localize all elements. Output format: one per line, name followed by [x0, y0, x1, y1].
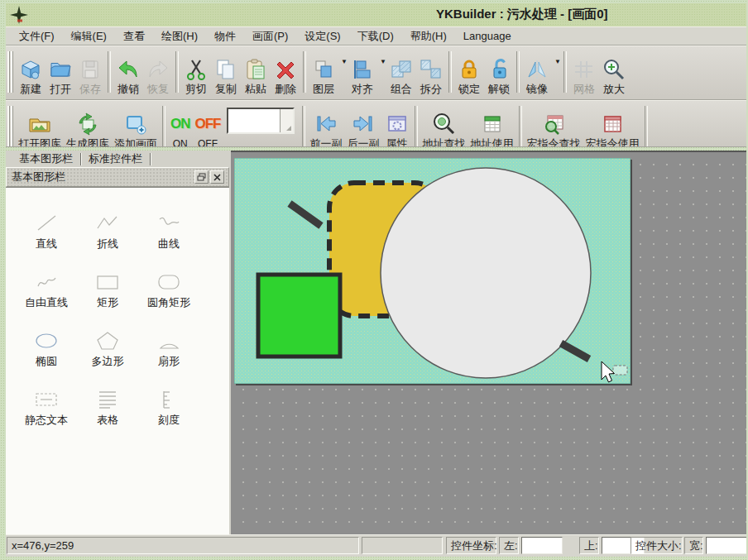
button-label: 恢复: [147, 83, 169, 96]
palette-item-sector[interactable]: 扇形: [138, 315, 199, 374]
menu-screen[interactable]: 画面(P): [244, 27, 296, 45]
tab-basic-shapes[interactable]: 基本图形栏: [12, 151, 79, 166]
button-label: 宏指令使用: [586, 137, 640, 147]
add-screen-button[interactable]: 添加画面: [112, 101, 160, 147]
menu-view[interactable]: 查看: [115, 27, 153, 45]
palette-item-polygon[interactable]: 多边形: [77, 315, 138, 374]
freehand-line-icon: [34, 268, 59, 293]
palette-item-table[interactable]: 表格: [77, 374, 138, 433]
green-square[interactable]: [258, 275, 340, 357]
save-button[interactable]: 保存: [75, 46, 105, 96]
drawing-canvas[interactable]: [234, 158, 631, 384]
toolbar-grip[interactable]: [7, 106, 13, 147]
close-panel-icon[interactable]: [210, 170, 224, 184]
copy-button[interactable]: 复制: [211, 46, 241, 96]
on-state-icon: ON: [170, 111, 190, 137]
float-panel-button[interactable]: [194, 170, 209, 184]
palette-panel: 基本图形栏 标准控件栏 基本图形栏 直线: [6, 151, 231, 534]
menu-file[interactable]: 文件(F): [11, 27, 63, 45]
palette-item-line[interactable]: 直线: [16, 198, 77, 256]
menu-object[interactable]: 物件: [206, 27, 244, 45]
toolbar-separator: [108, 51, 111, 93]
width-input[interactable]: [706, 537, 746, 554]
palette-item-curve[interactable]: 曲线: [138, 198, 199, 256]
rectangle-icon: [95, 268, 120, 293]
properties-button[interactable]: 属性: [382, 101, 412, 147]
app-logo-icon[interactable]: [9, 5, 29, 25]
group-button[interactable]: 组合: [386, 46, 416, 96]
toolbar-grip[interactable]: [7, 51, 13, 93]
marquee-rect-icon: [613, 366, 627, 375]
screen-toolbar: 打开图库 生成图库 添加画面 ON ON OFF OFF: [6, 100, 746, 147]
palette-item-polyline[interactable]: 折线: [77, 198, 138, 256]
delete-icon: [273, 56, 298, 83]
new-button[interactable]: 新建: [16, 46, 46, 96]
delete-button[interactable]: 删除: [271, 46, 300, 96]
menu-language[interactable]: Language: [455, 27, 520, 45]
menu-settings[interactable]: 设定(S): [296, 27, 348, 45]
layer-button[interactable]: ▼ 图层: [309, 46, 348, 96]
status-empty-cell: [362, 537, 443, 554]
address-search-button[interactable]: 地址查找: [420, 101, 468, 147]
palette-item-ellipse[interactable]: 椭圆: [16, 315, 77, 374]
align-button[interactable]: ▼ 对齐: [348, 46, 386, 96]
open-library-button[interactable]: 打开图库: [16, 101, 64, 147]
menu-help[interactable]: 帮助(H): [402, 27, 455, 45]
toolbar-separator: [303, 51, 306, 93]
scale-icon: [156, 385, 181, 410]
grid-button[interactable]: 网格: [569, 46, 599, 96]
button-label: 剪切: [185, 83, 207, 96]
mirror-button[interactable]: ▼ 镜像: [522, 46, 561, 96]
address-usage-button[interactable]: 地址使用: [468, 101, 516, 147]
toolbar-separator: [415, 106, 418, 147]
palette-item-freehand-line[interactable]: 自由直线: [16, 256, 77, 315]
lock-button[interactable]: 锁定: [454, 46, 484, 96]
tab-standard-controls[interactable]: 标准控件栏: [82, 151, 149, 166]
open-button[interactable]: 打开: [46, 46, 75, 96]
align-icon: [350, 56, 375, 83]
palette-item-rectangle[interactable]: 矩形: [77, 256, 138, 315]
button-label: 拆分: [420, 83, 442, 96]
undo-button[interactable]: 撤销: [113, 46, 143, 96]
static-text-icon: [34, 385, 59, 410]
left-coord-input[interactable]: [521, 537, 563, 554]
split-button[interactable]: 拆分: [416, 46, 446, 96]
menu-draw[interactable]: 绘图(H): [153, 27, 206, 45]
palette-item-scale[interactable]: 刻度: [138, 374, 199, 433]
generate-library-button[interactable]: 生成图库: [64, 101, 112, 147]
palette-tab-bar: 基本图形栏 标准控件栏: [6, 151, 231, 167]
off-state-button[interactable]: OFF OFF: [193, 101, 223, 147]
menu-download[interactable]: 下载(D): [349, 27, 402, 45]
toolbar-separator: [516, 51, 520, 93]
button-label: 解锁: [488, 83, 510, 96]
status-bar: x=476,y=259 控件坐标: 左: 上: 控件大小: 宽:: [6, 534, 746, 557]
redo-button[interactable]: 恢复: [143, 46, 173, 96]
new-document-icon: [18, 56, 43, 83]
title-bar: YKBuilder : 污水处理 - [画面0]: [6, 3, 746, 26]
width-label: 宽:: [684, 537, 703, 554]
split-icon: [419, 56, 444, 83]
chevron-down-icon[interactable]: [280, 109, 293, 132]
menu-edit[interactable]: 编辑(E): [63, 27, 115, 45]
palette-item-rounded-rectangle[interactable]: 圆角矩形: [138, 256, 199, 315]
cut-button[interactable]: 剪切: [181, 46, 211, 96]
unlock-button[interactable]: 解锁: [484, 46, 514, 96]
undo-icon: [116, 56, 141, 83]
button-label: 地址使用: [471, 137, 514, 147]
next-screen-button[interactable]: 后一副: [345, 101, 382, 147]
on-state-button[interactable]: ON ON: [168, 101, 193, 147]
next-screen-icon: [351, 111, 376, 137]
macro-search-button[interactable]: 宏指令查找: [525, 101, 583, 147]
palette-item-static-text[interactable]: 静态文本: [16, 374, 77, 433]
screen-selector[interactable]: [227, 108, 295, 134]
off-state-icon: OFF: [195, 111, 221, 137]
paste-button[interactable]: 粘贴: [241, 46, 271, 96]
unlock-icon: [487, 56, 511, 83]
previous-screen-button[interactable]: 前一副: [308, 101, 345, 147]
button-label: 添加画面: [114, 137, 157, 147]
button-label: 图层: [313, 83, 334, 96]
zoom-in-button[interactable]: 放大: [599, 46, 629, 96]
address-search-icon: [432, 111, 457, 137]
workspace-area[interactable]: [231, 151, 746, 534]
macro-usage-button[interactable]: 宏指令使用: [583, 101, 642, 147]
